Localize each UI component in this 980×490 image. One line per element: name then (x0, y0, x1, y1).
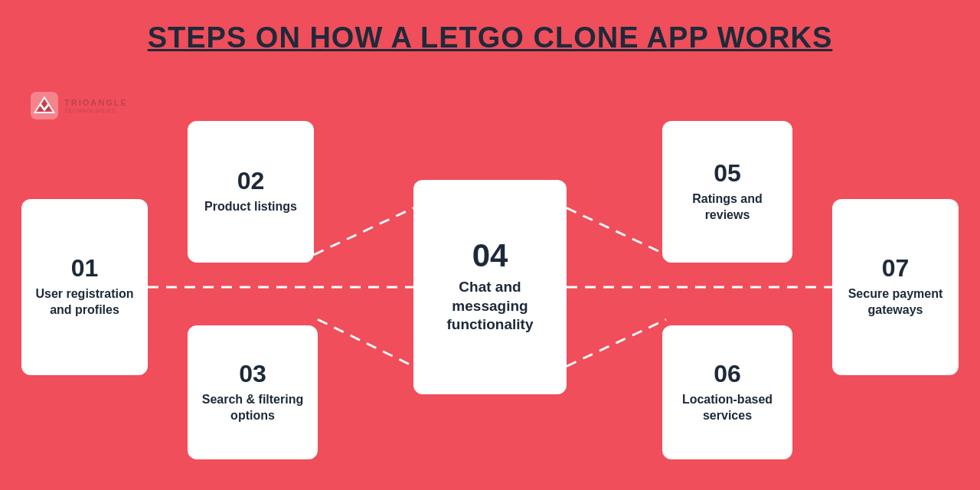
card-07: 07 Secure payment gateways (832, 199, 959, 375)
card-01-label: User registration and profiles (31, 286, 139, 318)
title-section: STEPS ON HOW A LETGO CLONE APP WORKS (0, 0, 980, 62)
card-02: 02 Product listings (188, 121, 314, 263)
card-04-number: 04 (472, 240, 508, 272)
svg-line-5 (314, 208, 413, 255)
card-03-number: 03 (239, 361, 266, 386)
card-05-number: 05 (714, 161, 741, 185)
card-06: 06 Location-based services (662, 325, 792, 459)
card-05-label: Ratings and reviews (671, 191, 783, 224)
svg-line-8 (567, 319, 666, 366)
card-07-label: Secure payment gateways (841, 286, 949, 318)
diagram-area: 01 User registration and profiles 02 Pro… (0, 107, 980, 467)
card-01: 01 User registration and profiles (21, 199, 148, 375)
page-title: STEPS ON HOW A LETGO CLONE APP WORKS (46, 21, 934, 54)
card-05: 05 Ratings and reviews (662, 121, 792, 263)
card-02-number: 02 (237, 168, 265, 193)
card-04: 04 Chat and messaging functionality (413, 180, 567, 394)
card-04-label: Chat and messaging functionality (423, 278, 557, 335)
svg-line-6 (318, 319, 413, 366)
card-07-number: 07 (882, 256, 910, 280)
card-06-number: 06 (714, 361, 741, 386)
card-03-label: Search & filtering options (197, 392, 309, 424)
card-01-number: 01 (71, 256, 99, 280)
card-02-label: Product listings (204, 199, 297, 215)
card-06-label: Location-based services (671, 392, 783, 424)
card-03: 03 Search & filtering options (188, 325, 318, 459)
svg-line-7 (567, 208, 666, 255)
